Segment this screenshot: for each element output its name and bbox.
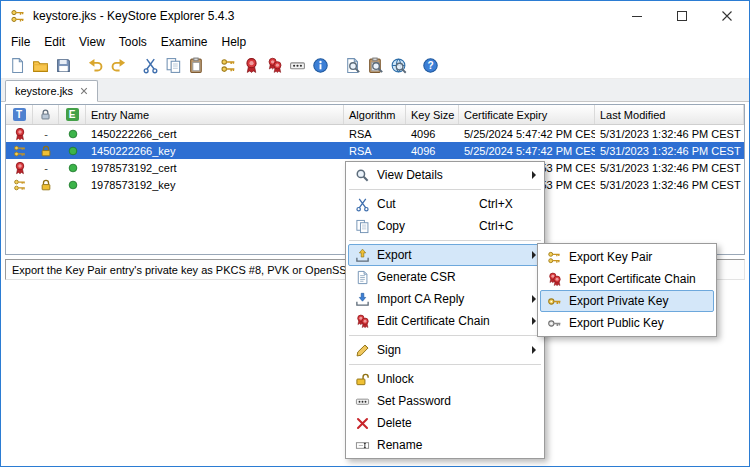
context-menu-item-generate-csr[interactable]: Generate CSR <box>348 266 542 288</box>
column-header-algorithm[interactable]: Algorithm <box>344 105 406 124</box>
export-icon <box>349 248 375 263</box>
column-header-certificate-expiry[interactable]: Certificate Expiry <box>459 105 595 124</box>
status-text: Export the Key Pair entry's private key … <box>12 264 353 276</box>
menu-item-label: Export Certificate Chain <box>567 272 699 286</box>
expiry-status-cell <box>59 125 86 142</box>
column-header-type[interactable]: T <box>6 105 33 124</box>
column-header-key-size[interactable]: Key Size <box>406 105 459 124</box>
generate-key-pair-button[interactable] <box>217 54 240 77</box>
table-row-1450222266-key[interactable]: 1450222266_keyRSA40965/25/2024 5:47:42 P… <box>6 142 744 159</box>
menu-item-label: Import CA Reply <box>375 292 527 306</box>
table-row-1450222266-cert[interactable]: -1450222266_certRSA40965/25/2024 5:47:42… <box>6 125 744 142</box>
help-button[interactable]: ? <box>419 54 442 77</box>
close-icon <box>722 11 732 21</box>
svg-text:?: ? <box>427 60 433 71</box>
column-header-entry-name[interactable]: Entry Name <box>86 105 344 124</box>
key-pair-icon <box>13 144 27 158</box>
last-modified-cell: 5/31/2023 1:32:46 PM CEST <box>595 159 744 176</box>
examine-clipboard-button[interactable] <box>364 54 387 77</box>
cut-button[interactable] <box>139 54 162 77</box>
keypair-icon <box>541 250 567 265</box>
column-header-expiry-status[interactable]: E <box>59 105 86 124</box>
menu-item-label: Export Key Pair <box>567 250 699 264</box>
column-header-lock-status[interactable] <box>33 105 59 124</box>
examine-ssl-icon <box>390 57 407 74</box>
submenu-item-export-private-key[interactable]: Export Private Key <box>540 290 714 312</box>
menu-separator <box>349 335 541 336</box>
menu-edit[interactable]: Edit <box>37 32 72 52</box>
submenu-item-export-key-pair[interactable]: Export Key Pair <box>540 246 714 268</box>
import-key-pair-button[interactable] <box>263 54 286 77</box>
trusted-certificate-icon <box>13 161 27 175</box>
menu-item-label: Export Public Key <box>567 316 699 330</box>
titlebar: keystore.jks - KeyStore Explorer 5.4.3 <box>1 1 749 31</box>
examine-file-button[interactable] <box>341 54 364 77</box>
entry-name-cell: 1450222266_cert <box>86 125 344 142</box>
minimize-button[interactable] <box>614 2 659 31</box>
lock-status-cell <box>33 142 59 159</box>
lock-status-cell: - <box>33 159 59 176</box>
expiry-ok-icon <box>66 161 80 175</box>
no-password-dash: - <box>44 128 48 140</box>
open-icon <box>32 57 49 74</box>
new-button[interactable] <box>6 54 29 77</box>
submenu-item-export-certificate-chain[interactable]: Export Certificate Chain <box>540 268 714 290</box>
redo-button[interactable] <box>107 54 130 77</box>
key-pair-icon <box>13 178 27 192</box>
tab-keystore-jks[interactable]: keystore.jks <box>5 80 98 102</box>
context-menu-item-sign[interactable]: Sign <box>348 339 542 361</box>
tab-close-icon[interactable] <box>80 87 88 95</box>
paste-icon <box>188 57 205 74</box>
open-button[interactable] <box>29 54 52 77</box>
context-menu-item-cut[interactable]: CutCtrl+X <box>348 193 542 215</box>
column-header-last-modified[interactable]: Last Modified <box>595 105 744 124</box>
context-menu-item-import-ca-reply[interactable]: Import CA Reply <box>348 288 542 310</box>
menu-tools[interactable]: Tools <box>112 32 154 52</box>
undo-button[interactable] <box>84 54 107 77</box>
type-cell <box>6 176 33 193</box>
context-menu-item-export[interactable]: Export <box>348 244 542 266</box>
properties-button[interactable] <box>309 54 332 77</box>
import-key-pair-icon <box>266 57 283 74</box>
save-button[interactable] <box>52 54 75 77</box>
copy-button[interactable] <box>162 54 185 77</box>
undo-icon <box>87 57 104 74</box>
toolbar: ? <box>1 52 749 79</box>
import-trusted-certificate-button[interactable] <box>240 54 263 77</box>
menu-item-label: Delete <box>375 416 527 430</box>
shortcut-label: Ctrl+C <box>479 219 527 233</box>
paste-button[interactable] <box>185 54 208 77</box>
entry-name-cell: 1450222266_key <box>86 142 344 159</box>
context-menu-item-set-password[interactable]: Set Password <box>348 390 542 412</box>
submenu-item-export-public-key[interactable]: Export Public Key <box>540 312 714 334</box>
certificate-expiry-cell: 5/25/2024 5:47:42 PM CEST <box>459 125 595 142</box>
context-menu-item-view-details[interactable]: View Details <box>348 164 542 186</box>
toolbar-separator <box>336 56 337 74</box>
shortcut-label: Ctrl+X <box>479 197 527 211</box>
menu-file[interactable]: File <box>4 32 37 52</box>
context-menu-item-rename[interactable]: Rename <box>348 434 542 456</box>
menu-view[interactable]: View <box>72 32 112 52</box>
algorithm-cell: RSA <box>344 125 406 142</box>
rename-icon <box>349 438 375 453</box>
menu-help[interactable]: Help <box>215 32 254 52</box>
lock-status-cell <box>33 176 59 193</box>
context-menu-item-unlock[interactable]: Unlock <box>348 368 542 390</box>
context-menu-item-edit-certificate-chain[interactable]: Edit Certificate Chain <box>348 310 542 332</box>
close-button[interactable] <box>704 2 749 31</box>
set-password-button[interactable] <box>286 54 309 77</box>
key-size-cell: 4096 <box>406 125 459 142</box>
context-menu-item-delete[interactable]: Delete <box>348 412 542 434</box>
chain-icon <box>349 314 375 329</box>
lock-icon <box>39 144 53 158</box>
tab-strip: keystore.jks <box>1 79 749 102</box>
last-modified-cell: 5/31/2023 1:32:46 PM CEST <box>595 125 744 142</box>
last-modified-cell: 5/31/2023 1:32:46 PM CEST <box>595 142 744 159</box>
maximize-button[interactable] <box>659 2 704 31</box>
menu-separator <box>349 240 541 241</box>
context-menu-item-copy[interactable]: CopyCtrl+C <box>348 215 542 237</box>
copy-icon <box>165 57 182 74</box>
examine-ssl-button[interactable] <box>387 54 410 77</box>
menu-examine[interactable]: Examine <box>154 32 215 52</box>
magnifier-icon <box>349 168 375 183</box>
